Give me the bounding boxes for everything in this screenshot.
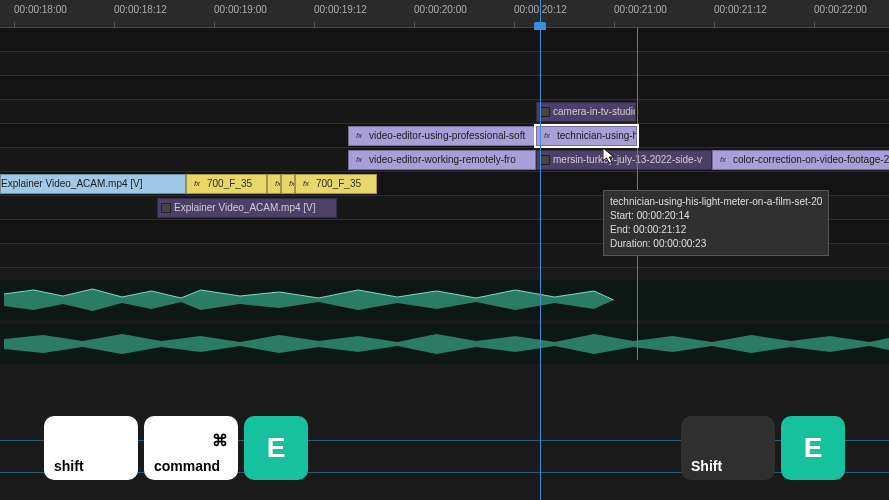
tooltip-title: technician-using-his-light-meter-on-a-fi…: [610, 195, 822, 209]
ruler-tick: 00:00:18:00: [14, 4, 67, 15]
fx-icon: fx: [299, 177, 313, 191]
clip-tooltip: technician-using-his-light-meter-on-a-fi…: [603, 190, 829, 256]
ruler-tick: 00:00:20:00: [414, 4, 467, 15]
clip[interactable]: fx700_F_35: [295, 174, 377, 194]
clip[interactable]: fx700_F_35: [186, 174, 267, 194]
clip-label: 700_F_35: [207, 175, 252, 193]
shortcut-left: shift⌘commandE: [44, 416, 308, 480]
clip[interactable]: fxvideo-editor-working-remotely-fro: [348, 150, 536, 170]
clip-label: Explainer Video_ACAM.mp4 [V]: [174, 199, 316, 217]
svg-marker-1: [4, 334, 889, 354]
clip[interactable]: Explainer Video_ACAM.mp4 [V]: [157, 198, 337, 218]
clip-label: video-editor-using-professional-soft: [369, 127, 525, 145]
clip[interactable]: mersin-turkey-july-13-2022-side-v: [536, 150, 712, 170]
ruler-tick: 00:00:20:12: [514, 4, 567, 15]
clip-label: 700_F_35: [316, 175, 361, 193]
ruler-tick: 00:00:19:12: [314, 4, 367, 15]
ruler-tick: 00:00:21:00: [614, 4, 667, 15]
clip-label: color-correction-on-video-footage-2: [733, 151, 889, 169]
clip-label: video-editor-working-remotely-fro: [369, 151, 516, 169]
clip-label: technician-using-his-light-meter-: [557, 127, 637, 145]
fx-icon: fx: [285, 177, 295, 191]
timeline-ruler[interactable]: 00:00:18:0000:00:18:1200:00:19:0000:00:1…: [0, 0, 889, 28]
audio-track-1[interactable]: [0, 280, 889, 320]
clip-thumbnail-icon: [540, 107, 550, 117]
clip[interactable]: fxcolor-correction-on-video-footage-2: [712, 150, 889, 170]
fx-icon: fx: [352, 153, 366, 167]
clip[interactable]: camera-in-tv-studio-during-tv-rec: [536, 102, 636, 122]
clip[interactable]: Explainer Video_ACAM.mp4 [V]: [0, 174, 186, 194]
clip[interactable]: fxtechnician-using-his-light-meter-: [536, 126, 637, 146]
clip-thumbnail-icon: [540, 155, 550, 165]
fx-icon: fx: [271, 177, 281, 191]
key-e: E: [781, 416, 845, 480]
ruler-tick: 00:00:22:00: [814, 4, 867, 15]
key-shift: Shift: [681, 416, 775, 480]
fx-icon: fx: [190, 177, 204, 191]
fx-icon: fx: [352, 129, 366, 143]
fx-icon: fx: [540, 129, 554, 143]
key-e: E: [244, 416, 308, 480]
shortcut-right: ShiftE: [681, 416, 845, 480]
audio-track-2[interactable]: [0, 324, 889, 364]
key-shift: shift: [44, 416, 138, 480]
clip-thumbnail-icon: [161, 203, 171, 213]
command-symbol-icon: ⌘: [212, 431, 228, 450]
clip[interactable]: fx: [281, 174, 295, 194]
clip-label: camera-in-tv-studio-during-tv-rec: [553, 103, 636, 121]
clip-label: Explainer Video_ACAM.mp4 [V]: [1, 175, 143, 193]
clip[interactable]: fxvideo-editor-using-professional-soft: [348, 126, 536, 146]
key-command: ⌘command: [144, 416, 238, 480]
fx-icon: fx: [716, 153, 730, 167]
ruler-tick: 00:00:19:00: [214, 4, 267, 15]
clip-label: mersin-turkey-july-13-2022-side-v: [553, 151, 702, 169]
clip[interactable]: fx: [267, 174, 281, 194]
ruler-tick: 00:00:21:12: [714, 4, 767, 15]
ruler-tick: 00:00:18:12: [114, 4, 167, 15]
